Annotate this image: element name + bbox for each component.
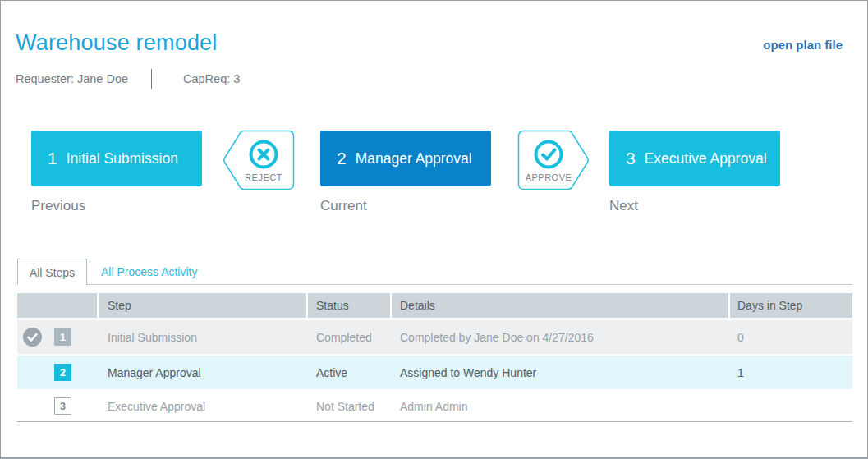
workflow-step-next[interactable]: 3 Executive Approval	[609, 131, 780, 186]
workflow-step-previous[interactable]: 1 Initial Submission	[31, 131, 202, 186]
cell-status: Not Started	[308, 391, 392, 421]
cell-details: Completed by Jane Doe on 4/27/2016	[392, 320, 730, 354]
step-number-badge: 1	[54, 328, 71, 346]
step-label: Initial Submission	[67, 150, 178, 168]
step-number-badge: 3	[54, 397, 71, 415]
meta-divider	[151, 69, 152, 89]
column-header-status[interactable]: Status	[308, 293, 390, 318]
completed-check-icon	[23, 328, 42, 347]
cell-days	[730, 391, 852, 421]
x-circle-icon	[248, 139, 279, 170]
column-header-days[interactable]: Days in Step	[730, 293, 852, 318]
cell-status: Completed	[308, 320, 392, 354]
approve-button[interactable]: APPROVE	[517, 130, 590, 190]
cell-step: Executive Approval	[99, 391, 308, 421]
step-label: Manager Approval	[356, 150, 472, 168]
step-number: 1	[48, 149, 57, 168]
step-number: 2	[337, 149, 347, 168]
cell-days: 0	[730, 320, 852, 354]
tab-all-process-activity[interactable]: All Process Activity	[101, 259, 197, 284]
column-header-details[interactable]: Details	[392, 293, 728, 318]
step-number-badge: 2	[54, 364, 71, 381]
cell-step: Initial Submission	[99, 320, 308, 354]
column-header-icon	[17, 293, 97, 318]
steps-table: Step Status Details Days in Step 1 Initi…	[17, 293, 852, 422]
reject-label: REJECT	[245, 172, 282, 182]
cell-status: Active	[308, 356, 392, 389]
approve-label: APPROVE	[526, 172, 572, 182]
reject-button[interactable]: REJECT	[223, 130, 295, 190]
open-plan-file-link[interactable]: open plan file	[763, 38, 843, 52]
state-label-previous: Previous	[31, 198, 85, 214]
tabs-underline	[17, 284, 852, 285]
tab-all-steps[interactable]: All Steps	[17, 259, 87, 285]
step-number: 3	[626, 149, 636, 168]
state-label-next: Next	[609, 198, 638, 214]
step-label: Executive Approval	[645, 150, 767, 168]
cell-details: Admin Admin	[392, 391, 730, 421]
page-title: Warehouse remodel	[16, 30, 218, 56]
capreq-label: CapReq: 3	[183, 72, 240, 85]
cell-days: 1	[730, 356, 852, 389]
cell-details: Assigned to Wendy Hunter	[392, 356, 730, 389]
column-header-step[interactable]: Step	[99, 293, 306, 318]
check-circle-icon	[533, 139, 564, 170]
table-row[interactable]: 1 Initial Submission Completed Completed…	[17, 320, 852, 356]
process-viewer-window: Warehouse remodel open plan file Request…	[0, 0, 868, 459]
table-row[interactable]: 3 Executive Approval Not Started Admin A…	[17, 391, 852, 422]
table-header-row: Step Status Details Days in Step	[17, 293, 852, 318]
cell-step: Manager Approval	[99, 356, 308, 389]
request-meta: Requester: Jane Doe CapReq: 3	[16, 69, 240, 89]
workflow-step-current[interactable]: 2 Manager Approval	[320, 131, 491, 186]
requester-label: Requester: Jane Doe	[16, 72, 151, 85]
state-label-current: Current	[320, 198, 367, 214]
table-row[interactable]: 2 Manager Approval Active Assigned to We…	[17, 356, 852, 391]
